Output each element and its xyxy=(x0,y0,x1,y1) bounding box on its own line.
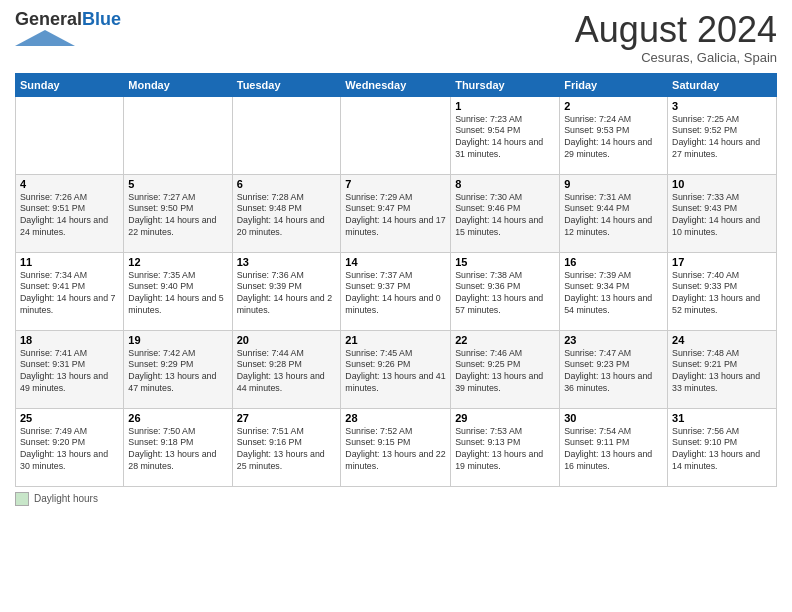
day-number: 31 xyxy=(672,412,772,424)
calendar-cell: 14Sunrise: 7:37 AM Sunset: 9:37 PM Dayli… xyxy=(341,252,451,330)
calendar-week-5: 25Sunrise: 7:49 AM Sunset: 9:20 PM Dayli… xyxy=(16,408,777,486)
day-number: 24 xyxy=(672,334,772,346)
calendar-cell: 1Sunrise: 7:23 AM Sunset: 9:54 PM Daylig… xyxy=(451,96,560,174)
day-info: Sunrise: 7:26 AM Sunset: 9:51 PM Dayligh… xyxy=(20,192,119,240)
month-title: August 2024 xyxy=(575,10,777,50)
calendar-table: SundayMondayTuesdayWednesdayThursdayFrid… xyxy=(15,73,777,487)
day-number: 13 xyxy=(237,256,337,268)
day-info: Sunrise: 7:40 AM Sunset: 9:33 PM Dayligh… xyxy=(672,270,772,318)
calendar-cell: 9Sunrise: 7:31 AM Sunset: 9:44 PM Daylig… xyxy=(560,174,668,252)
header: GeneralBlue August 2024 Cesuras, Galicia… xyxy=(15,10,777,65)
calendar-cell: 17Sunrise: 7:40 AM Sunset: 9:33 PM Dayli… xyxy=(668,252,777,330)
calendar-cell: 8Sunrise: 7:30 AM Sunset: 9:46 PM Daylig… xyxy=(451,174,560,252)
calendar-week-1: 1Sunrise: 7:23 AM Sunset: 9:54 PM Daylig… xyxy=(16,96,777,174)
calendar-cell: 16Sunrise: 7:39 AM Sunset: 9:34 PM Dayli… xyxy=(560,252,668,330)
calendar-cell: 26Sunrise: 7:50 AM Sunset: 9:18 PM Dayli… xyxy=(124,408,232,486)
day-number: 7 xyxy=(345,178,446,190)
location-subtitle: Cesuras, Galicia, Spain xyxy=(575,50,777,65)
calendar-cell: 3Sunrise: 7:25 AM Sunset: 9:52 PM Daylig… xyxy=(668,96,777,174)
calendar-cell xyxy=(16,96,124,174)
calendar-cell: 5Sunrise: 7:27 AM Sunset: 9:50 PM Daylig… xyxy=(124,174,232,252)
col-header-sunday: Sunday xyxy=(16,73,124,96)
calendar-cell: 13Sunrise: 7:36 AM Sunset: 9:39 PM Dayli… xyxy=(232,252,341,330)
page: GeneralBlue August 2024 Cesuras, Galicia… xyxy=(0,0,792,612)
day-number: 16 xyxy=(564,256,663,268)
day-info: Sunrise: 7:46 AM Sunset: 9:25 PM Dayligh… xyxy=(455,348,555,396)
calendar-cell: 25Sunrise: 7:49 AM Sunset: 9:20 PM Dayli… xyxy=(16,408,124,486)
calendar-cell: 31Sunrise: 7:56 AM Sunset: 9:10 PM Dayli… xyxy=(668,408,777,486)
day-number: 15 xyxy=(455,256,555,268)
footer-note: Daylight hours xyxy=(15,492,777,506)
day-info: Sunrise: 7:36 AM Sunset: 9:39 PM Dayligh… xyxy=(237,270,337,318)
calendar-cell xyxy=(341,96,451,174)
daylight-label: Daylight hours xyxy=(34,493,98,504)
day-number: 2 xyxy=(564,100,663,112)
day-number: 3 xyxy=(672,100,772,112)
calendar-cell: 24Sunrise: 7:48 AM Sunset: 9:21 PM Dayli… xyxy=(668,330,777,408)
day-number: 9 xyxy=(564,178,663,190)
day-number: 19 xyxy=(128,334,227,346)
day-info: Sunrise: 7:56 AM Sunset: 9:10 PM Dayligh… xyxy=(672,426,772,474)
logo-general: General xyxy=(15,9,82,29)
day-info: Sunrise: 7:47 AM Sunset: 9:23 PM Dayligh… xyxy=(564,348,663,396)
daylight-legend-box xyxy=(15,492,29,506)
day-number: 17 xyxy=(672,256,772,268)
day-info: Sunrise: 7:45 AM Sunset: 9:26 PM Dayligh… xyxy=(345,348,446,396)
day-info: Sunrise: 7:53 AM Sunset: 9:13 PM Dayligh… xyxy=(455,426,555,474)
col-header-wednesday: Wednesday xyxy=(341,73,451,96)
header-row: SundayMondayTuesdayWednesdayThursdayFrid… xyxy=(16,73,777,96)
day-number: 8 xyxy=(455,178,555,190)
calendar-cell: 23Sunrise: 7:47 AM Sunset: 9:23 PM Dayli… xyxy=(560,330,668,408)
day-number: 21 xyxy=(345,334,446,346)
calendar-cell: 20Sunrise: 7:44 AM Sunset: 9:28 PM Dayli… xyxy=(232,330,341,408)
day-number: 22 xyxy=(455,334,555,346)
logo-text: GeneralBlue xyxy=(15,10,121,30)
day-number: 30 xyxy=(564,412,663,424)
day-info: Sunrise: 7:37 AM Sunset: 9:37 PM Dayligh… xyxy=(345,270,446,318)
day-number: 4 xyxy=(20,178,119,190)
col-header-tuesday: Tuesday xyxy=(232,73,341,96)
day-info: Sunrise: 7:48 AM Sunset: 9:21 PM Dayligh… xyxy=(672,348,772,396)
day-info: Sunrise: 7:24 AM Sunset: 9:53 PM Dayligh… xyxy=(564,114,663,162)
calendar-cell: 29Sunrise: 7:53 AM Sunset: 9:13 PM Dayli… xyxy=(451,408,560,486)
day-info: Sunrise: 7:44 AM Sunset: 9:28 PM Dayligh… xyxy=(237,348,337,396)
calendar-cell: 15Sunrise: 7:38 AM Sunset: 9:36 PM Dayli… xyxy=(451,252,560,330)
calendar-week-3: 11Sunrise: 7:34 AM Sunset: 9:41 PM Dayli… xyxy=(16,252,777,330)
day-info: Sunrise: 7:25 AM Sunset: 9:52 PM Dayligh… xyxy=(672,114,772,162)
calendar-cell: 2Sunrise: 7:24 AM Sunset: 9:53 PM Daylig… xyxy=(560,96,668,174)
calendar-week-2: 4Sunrise: 7:26 AM Sunset: 9:51 PM Daylig… xyxy=(16,174,777,252)
calendar-cell: 19Sunrise: 7:42 AM Sunset: 9:29 PM Dayli… xyxy=(124,330,232,408)
calendar-cell xyxy=(124,96,232,174)
day-number: 20 xyxy=(237,334,337,346)
calendar-cell: 28Sunrise: 7:52 AM Sunset: 9:15 PM Dayli… xyxy=(341,408,451,486)
calendar-cell: 10Sunrise: 7:33 AM Sunset: 9:43 PM Dayli… xyxy=(668,174,777,252)
day-number: 12 xyxy=(128,256,227,268)
day-info: Sunrise: 7:31 AM Sunset: 9:44 PM Dayligh… xyxy=(564,192,663,240)
day-number: 26 xyxy=(128,412,227,424)
calendar-cell: 18Sunrise: 7:41 AM Sunset: 9:31 PM Dayli… xyxy=(16,330,124,408)
calendar-cell: 11Sunrise: 7:34 AM Sunset: 9:41 PM Dayli… xyxy=(16,252,124,330)
calendar-cell: 22Sunrise: 7:46 AM Sunset: 9:25 PM Dayli… xyxy=(451,330,560,408)
day-info: Sunrise: 7:54 AM Sunset: 9:11 PM Dayligh… xyxy=(564,426,663,474)
col-header-friday: Friday xyxy=(560,73,668,96)
day-number: 27 xyxy=(237,412,337,424)
day-number: 11 xyxy=(20,256,119,268)
day-number: 23 xyxy=(564,334,663,346)
col-header-saturday: Saturday xyxy=(668,73,777,96)
day-number: 5 xyxy=(128,178,227,190)
calendar-cell: 21Sunrise: 7:45 AM Sunset: 9:26 PM Dayli… xyxy=(341,330,451,408)
day-info: Sunrise: 7:49 AM Sunset: 9:20 PM Dayligh… xyxy=(20,426,119,474)
day-number: 1 xyxy=(455,100,555,112)
calendar-cell: 7Sunrise: 7:29 AM Sunset: 9:47 PM Daylig… xyxy=(341,174,451,252)
col-header-monday: Monday xyxy=(124,73,232,96)
day-number: 28 xyxy=(345,412,446,424)
day-info: Sunrise: 7:23 AM Sunset: 9:54 PM Dayligh… xyxy=(455,114,555,162)
title-section: August 2024 Cesuras, Galicia, Spain xyxy=(575,10,777,65)
day-info: Sunrise: 7:52 AM Sunset: 9:15 PM Dayligh… xyxy=(345,426,446,474)
calendar-week-4: 18Sunrise: 7:41 AM Sunset: 9:31 PM Dayli… xyxy=(16,330,777,408)
calendar-cell: 12Sunrise: 7:35 AM Sunset: 9:40 PM Dayli… xyxy=(124,252,232,330)
day-info: Sunrise: 7:42 AM Sunset: 9:29 PM Dayligh… xyxy=(128,348,227,396)
calendar-cell: 4Sunrise: 7:26 AM Sunset: 9:51 PM Daylig… xyxy=(16,174,124,252)
day-number: 18 xyxy=(20,334,119,346)
day-info: Sunrise: 7:38 AM Sunset: 9:36 PM Dayligh… xyxy=(455,270,555,318)
